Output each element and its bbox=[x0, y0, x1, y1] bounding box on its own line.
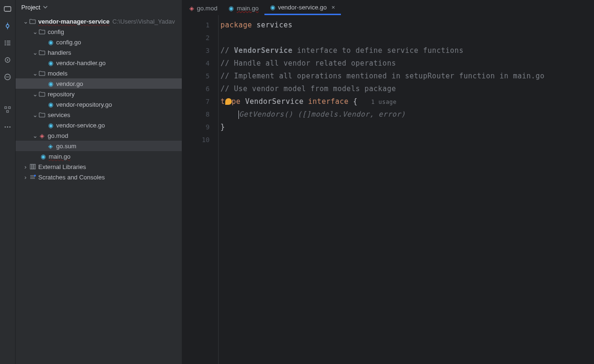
brace: } bbox=[221, 123, 225, 131]
line-number: 5 bbox=[182, 70, 218, 83]
code-area: 1 2 3 4 5 6 7 8 9 10 package services //… bbox=[182, 15, 594, 364]
go-file-icon: ◈ bbox=[47, 143, 54, 150]
library-icon bbox=[29, 164, 36, 169]
tree-root-label: vendor-manager-service bbox=[38, 18, 110, 25]
identifier: services bbox=[252, 21, 293, 29]
go-file-icon: ◉ bbox=[47, 59, 54, 67]
chevron-down-icon: ⌄ bbox=[32, 111, 38, 119]
tree-label: External Libraries bbox=[38, 163, 86, 170]
tree-label: vendor-handler.go bbox=[56, 59, 106, 67]
tree-scratches[interactable]: › Scratches and Consoles bbox=[16, 172, 182, 182]
go-file-icon: ◉ bbox=[47, 39, 54, 46]
project-title: Project bbox=[21, 4, 40, 11]
code-line bbox=[219, 134, 594, 146]
tree-label: vendor.go bbox=[56, 80, 83, 87]
chevron-right-icon: › bbox=[22, 163, 29, 170]
tree-external-libraries[interactable]: › External Libraries bbox=[16, 161, 182, 172]
usage-hint[interactable]: 1 usage bbox=[371, 99, 397, 105]
chevron-down-icon: ⌄ bbox=[32, 132, 38, 139]
tree-file-service[interactable]: ◉ vendor-service.go bbox=[16, 120, 182, 130]
tree-file-gosum[interactable]: ◈ go.sum bbox=[16, 141, 182, 151]
svg-point-16 bbox=[9, 127, 11, 128]
svg-point-3 bbox=[5, 42, 6, 43]
completion-hint: GetVendors() ([]models.Vendor, error) bbox=[239, 110, 406, 119]
ellipsis-icon[interactable] bbox=[3, 123, 12, 131]
code-line: package services bbox=[219, 19, 594, 32]
keyword: package bbox=[221, 21, 252, 29]
code-content[interactable]: package services // VendorService interf… bbox=[219, 15, 594, 364]
tab-label: main.go bbox=[237, 5, 258, 12]
code-line: // VendorService interface to define ser… bbox=[219, 44, 594, 57]
keyword: pe bbox=[232, 97, 246, 106]
tree-folder-config[interactable]: ⌄ config bbox=[16, 26, 182, 37]
code-line: } bbox=[219, 121, 594, 134]
line-number: 9 bbox=[182, 121, 218, 134]
more-tool-icon[interactable] bbox=[3, 73, 12, 81]
svg-point-8 bbox=[6, 76, 7, 77]
svg-rect-0 bbox=[4, 7, 11, 11]
tree-label: main.go bbox=[49, 153, 70, 160]
chevron-down-icon: ⌄ bbox=[32, 49, 38, 56]
keyword: interface bbox=[308, 97, 349, 106]
tab-label: vendor-service.go bbox=[278, 4, 327, 11]
svg-point-15 bbox=[7, 127, 8, 128]
tree-label: go.sum bbox=[56, 143, 76, 150]
line-number: 3 bbox=[182, 44, 218, 57]
tree-label: repository bbox=[48, 91, 75, 98]
tree-root-path: C:\Users\Vishal_Yadav bbox=[112, 18, 175, 25]
tree-file-handler[interactable]: ◉ vendor-handler.go bbox=[16, 58, 182, 68]
folder-icon bbox=[29, 18, 36, 24]
close-icon[interactable]: × bbox=[331, 4, 335, 11]
line-number: 1 bbox=[182, 19, 218, 32]
tree-file-config[interactable]: ◉ config.go bbox=[16, 37, 182, 47]
db-tool-icon[interactable] bbox=[3, 106, 12, 114]
chevron-down-icon: ⌄ bbox=[22, 18, 29, 25]
tab-main[interactable]: ◉ main.go bbox=[223, 1, 264, 15]
folder-icon bbox=[38, 70, 46, 76]
tree-folder-handlers[interactable]: ⌄ handlers bbox=[16, 47, 182, 58]
line-number: 10 bbox=[182, 134, 218, 146]
intention-bulb-icon[interactable] bbox=[225, 98, 232, 105]
gomod-icon: ◈ bbox=[189, 5, 194, 12]
folder-icon bbox=[38, 50, 46, 55]
tab-gomod[interactable]: ◈ go.mod bbox=[184, 1, 223, 15]
tree-root[interactable]: ⌄ vendor-manager-service C:\Users\Vishal… bbox=[16, 16, 182, 26]
tab-vendor-service[interactable]: ◉ vendor-service.go × bbox=[264, 1, 341, 15]
tree-folder-services[interactable]: ⌄ services bbox=[16, 110, 182, 120]
tree-gomod[interactable]: ⌄ ◈ go.mod bbox=[16, 130, 182, 141]
folder-icon bbox=[38, 91, 46, 97]
tab-label: go.mod bbox=[197, 5, 217, 12]
chevron-down-icon bbox=[43, 5, 48, 9]
tree-label: vendor-repository.go bbox=[56, 101, 112, 108]
tree-folder-repository[interactable]: ⌄ repository bbox=[16, 89, 182, 99]
project-header[interactable]: Project bbox=[16, 0, 182, 14]
svg-rect-12 bbox=[8, 107, 10, 109]
commit-tool-icon[interactable] bbox=[3, 22, 12, 30]
code-line: GetVendors() ([]models.Vendor, error) bbox=[219, 108, 594, 121]
folder-icon bbox=[38, 112, 46, 118]
comment: // bbox=[221, 46, 234, 55]
tool-window-bar bbox=[0, 0, 16, 364]
tree-label: go.mod bbox=[48, 132, 68, 139]
chevron-down-icon: ⌄ bbox=[32, 70, 38, 77]
editor-tabs: ◈ go.mod ◉ main.go ◉ vendor-service.go × bbox=[182, 0, 594, 15]
code-line: // Handle all vendor related operations bbox=[219, 57, 594, 70]
svg-point-2 bbox=[5, 41, 6, 42]
project-tool-icon[interactable] bbox=[3, 5, 12, 13]
line-number: 4 bbox=[182, 57, 218, 70]
svg-rect-11 bbox=[5, 107, 7, 109]
structure-tool-icon[interactable] bbox=[3, 39, 12, 47]
tree-file-repository[interactable]: ◉ vendor-repository.go bbox=[16, 99, 182, 110]
go-file-icon: ◉ bbox=[47, 80, 54, 87]
svg-point-20 bbox=[34, 175, 36, 177]
comment: // Use vendor model from models package bbox=[221, 85, 396, 93]
tree-folder-models[interactable]: ⌄ models bbox=[16, 68, 182, 78]
services-tool-icon[interactable] bbox=[3, 56, 12, 64]
tree-label: models bbox=[48, 70, 68, 77]
tree-file-vendor-model[interactable]: ◉ vendor.go bbox=[16, 78, 182, 89]
line-number: 7 bbox=[182, 95, 218, 108]
code-line: // Use vendor model from models package bbox=[219, 83, 594, 95]
project-tree: ⌄ vendor-manager-service C:\Users\Vishal… bbox=[16, 14, 182, 364]
svg-point-4 bbox=[5, 44, 6, 45]
tree-file-main[interactable]: ◉ main.go bbox=[16, 151, 182, 161]
